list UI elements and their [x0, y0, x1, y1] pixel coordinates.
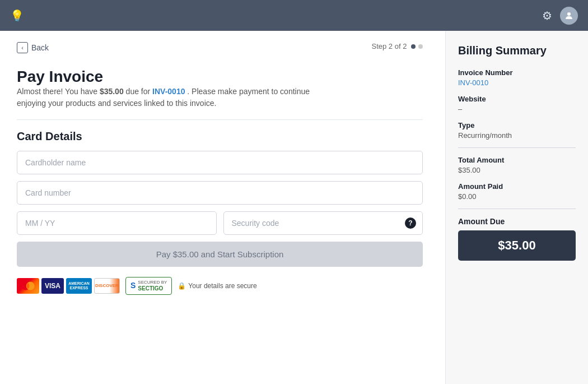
billing-divider: [458, 147, 576, 148]
billing-divider-2: [458, 209, 576, 209]
type-value: Recurring/month: [458, 131, 576, 140]
invoice-number-label: Invoice Number: [458, 68, 576, 77]
expiry-group: [17, 211, 217, 235]
svg-point-0: [567, 12, 571, 16]
secure-text: 🔒 Your details are secure: [178, 282, 256, 290]
billing-title: Billing Summary: [458, 44, 576, 57]
amount-bold: $35.00: [100, 87, 124, 96]
amount-paid-value: $0.00: [458, 192, 576, 201]
discover-logo: DISCOVER: [94, 278, 120, 294]
website-label: Website: [458, 95, 576, 103]
back-label: Back: [31, 43, 49, 52]
security-input[interactable]: [223, 211, 423, 235]
total-amount-row: Total Amount $35.00: [458, 156, 576, 174]
expiry-input[interactable]: [17, 211, 217, 235]
website-value: –: [458, 105, 576, 113]
step-label: Step 2 of 2: [371, 42, 407, 50]
sectigo-text: SECURED BY SECTIGO: [138, 280, 167, 292]
security-help-icon[interactable]: ?: [405, 218, 416, 229]
content-area: ‹ Back Step 2 of 2 Pay Invoice Almost th…: [0, 31, 445, 384]
page-title: Pay Invoice: [17, 68, 423, 86]
invoice-number-value[interactable]: INV-0010: [458, 78, 576, 87]
secure-label: Your details are secure: [188, 282, 256, 290]
step-dots: [411, 44, 423, 49]
amex-logo: AMERICANEXPRESS: [66, 278, 92, 294]
card-number-group: [17, 181, 423, 205]
website-row: Website –: [458, 95, 576, 113]
gear-icon[interactable]: ⚙: [542, 9, 552, 22]
discover-text: DISCOVER: [95, 283, 119, 288]
lock-icon: 🔒: [178, 282, 186, 290]
sectigo-bottom: SECTIGO: [138, 285, 167, 292]
back-link[interactable]: ‹ Back: [17, 42, 49, 53]
expiry-security-row: ?: [17, 211, 423, 242]
cardholder-group: [17, 151, 423, 174]
total-amount-label: Total Amount: [458, 156, 576, 164]
invoice-number-row: Invoice Number INV-0010: [458, 68, 576, 87]
type-label: Type: [458, 121, 576, 129]
avatar-icon[interactable]: [560, 7, 578, 25]
desc-1: Almost there! You have: [17, 87, 100, 96]
invoice-link[interactable]: INV-0010: [152, 87, 185, 96]
amount-due-box: $35.00: [458, 230, 576, 261]
security-wrapper: ?: [223, 211, 423, 235]
footer-row: VISA AMERICANEXPRESS DISCOVER S SECURED …: [17, 277, 423, 295]
top-bar-left: 💡: [10, 9, 24, 22]
type-row: Type Recurring/month: [458, 121, 576, 140]
bulb-icon: 💡: [10, 9, 24, 22]
top-bar-right: ⚙: [542, 7, 578, 25]
header-row: ‹ Back Step 2 of 2: [17, 42, 423, 62]
total-amount-value: $35.00: [458, 166, 576, 174]
main-container: ‹ Back Step 2 of 2 Pay Invoice Almost th…: [0, 31, 588, 384]
sectigo-s-icon: S: [130, 281, 136, 290]
amount-due-label: Amount Due: [458, 217, 576, 226]
sectigo-top: SECURED BY: [138, 280, 167, 285]
mastercard-logo: [17, 278, 39, 294]
amount-paid-row: Amount Paid $0.00: [458, 182, 576, 201]
amount-paid-label: Amount Paid: [458, 182, 576, 191]
top-bar: 💡 ⚙: [0, 0, 588, 31]
card-details-title: Card Details: [17, 130, 423, 143]
dot-1: [411, 44, 416, 49]
visa-logo: VISA: [41, 278, 64, 294]
description: Almost there! You have $35.00 due for IN…: [17, 86, 319, 109]
desc-2: due for: [124, 87, 152, 96]
visa-text: VISA: [45, 282, 60, 290]
security-group: ?: [223, 211, 423, 235]
sectigo-badge: S SECURED BY SECTIGO: [125, 277, 172, 295]
card-number-input[interactable]: [17, 181, 423, 205]
card-logos: VISA AMERICANEXPRESS DISCOVER: [17, 278, 120, 294]
sidebar: Billing Summary Invoice Number INV-0010 …: [445, 31, 588, 384]
pay-button[interactable]: Pay $35.00 and Start Subscription: [17, 242, 423, 267]
back-chevron-icon: ‹: [17, 42, 28, 53]
dot-2: [418, 44, 423, 49]
cardholder-input[interactable]: [17, 151, 423, 174]
step-indicator: Step 2 of 2: [371, 42, 423, 50]
amex-text: AMERICANEXPRESS: [68, 281, 90, 290]
section-divider: [17, 119, 423, 120]
